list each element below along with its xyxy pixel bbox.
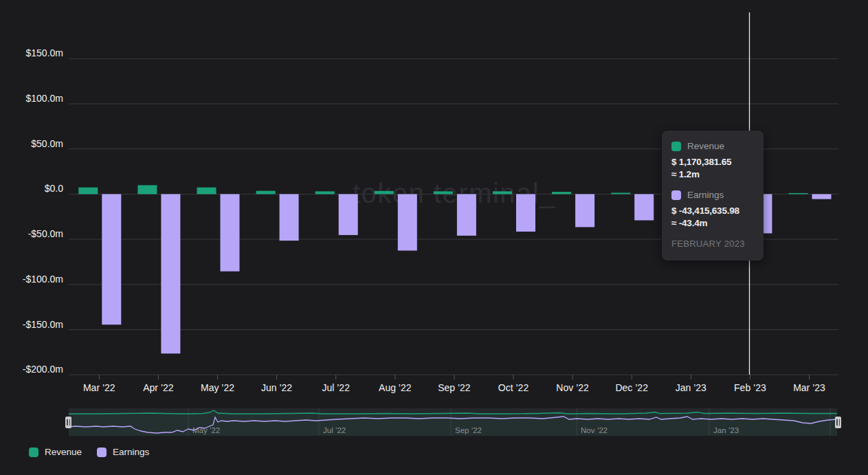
revenue-bar[interactable] (493, 191, 512, 194)
revenue-bar[interactable] (611, 192, 630, 194)
x-axis-label: Oct ’22 (498, 382, 529, 393)
y-axis-label: -$150.0m (23, 319, 63, 330)
earnings-bar[interactable] (102, 194, 121, 324)
revenue-bar[interactable] (315, 191, 335, 194)
x-axis-label: Aug ’22 (379, 382, 412, 393)
tooltip-earnings-row: Earnings (671, 190, 754, 200)
y-axis-label: $100.0m (26, 93, 63, 104)
y-axis-label: $150.0m (26, 47, 63, 58)
revenue-swatch-icon (671, 142, 681, 151)
y-axis-label: $50.0m (31, 138, 63, 149)
revenue-bar[interactable] (256, 191, 276, 195)
x-axis-label: Jul ’22 (322, 382, 350, 393)
revenue-bar[interactable] (375, 191, 394, 195)
revenue-bar[interactable] (137, 185, 157, 194)
x-axis-label: Mar ’23 (793, 382, 825, 393)
legend: Revenue Earnings (29, 447, 149, 457)
revenue-bar[interactable] (789, 193, 808, 195)
brush-label: Sep ’22 (455, 426, 482, 434)
tooltip-earnings-label: Earnings (687, 190, 724, 200)
earnings-bar[interactable] (339, 194, 358, 235)
x-axis-label: May ’22 (201, 382, 234, 393)
tooltip-revenue-row: Revenue (671, 141, 754, 151)
revenue-legend-swatch-icon (29, 448, 38, 457)
earnings-bar[interactable] (221, 194, 240, 271)
earnings-bar[interactable] (457, 194, 476, 235)
brush-label: Jan ’23 (713, 426, 739, 434)
tooltip-earnings-approx: ≈ -43.4m (671, 217, 754, 230)
brush-left-handle[interactable] (65, 417, 71, 428)
earnings-bar[interactable] (575, 194, 594, 227)
x-axis-label: Sep ’22 (438, 382, 471, 393)
tooltip-earnings-value: $ -43,415,635.98 (671, 205, 754, 217)
legend-item-revenue[interactable]: Revenue (29, 447, 82, 457)
revenue-bar[interactable] (197, 188, 216, 195)
legend-item-earnings[interactable]: Earnings (97, 447, 149, 457)
tooltip-period: FEBRUARY 2023 (671, 239, 754, 249)
x-axis-label: Jun ’22 (261, 382, 292, 393)
revenue-bar[interactable] (434, 191, 453, 194)
revenue-bar[interactable] (552, 192, 571, 194)
x-axis-label: Mar ’22 (83, 382, 115, 393)
earnings-bar[interactable] (516, 194, 535, 232)
earnings-bar[interactable] (161, 194, 180, 353)
earnings-bar[interactable] (280, 194, 299, 241)
earnings-swatch-icon (671, 190, 681, 200)
brush-label: Jul ’22 (323, 426, 346, 434)
earnings-legend-swatch-icon (97, 448, 107, 457)
brush-right-handle[interactable] (835, 417, 841, 428)
tooltip: Revenue $ 1,170,381.65 ≈ 1.2m Earnings $… (662, 131, 764, 261)
tooltip-revenue-value: $ 1,170,381.65 (671, 156, 754, 168)
legend-earnings-label: Earnings (113, 447, 149, 457)
brush-label: Nov ’22 (581, 426, 608, 434)
x-axis-label: Nov ’22 (556, 382, 589, 393)
earnings-bar[interactable] (812, 194, 832, 199)
revenue-bar[interactable] (78, 188, 98, 195)
legend-revenue-label: Revenue (45, 447, 82, 457)
y-axis-label: -$200.0m (23, 364, 63, 375)
tooltip-revenue-approx: ≈ 1.2m (671, 168, 754, 181)
earnings-bar[interactable] (398, 194, 417, 250)
x-axis-label: Feb ’23 (734, 382, 766, 393)
y-axis-label: -$100.0m (23, 274, 63, 285)
y-axis-label: $0.0 (45, 183, 63, 194)
chart-page: $150.0m$100.0m$50.0m$0.0-$50.0m-$100.0m-… (0, 0, 868, 475)
x-axis-label: Dec ’22 (615, 382, 648, 393)
x-axis-label: Jan ’23 (676, 382, 706, 393)
x-axis-label: Apr ’22 (143, 382, 174, 393)
earnings-bar[interactable] (634, 194, 654, 220)
y-axis-label: -$50.0m (28, 228, 63, 239)
tooltip-revenue-label: Revenue (687, 141, 724, 151)
